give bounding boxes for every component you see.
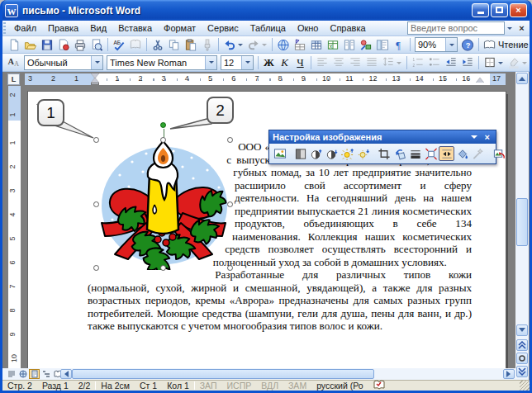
picture-toolbar-title-bar[interactable]: Настройка изображения ×	[269, 130, 496, 144]
menu-file[interactable]: Файл	[8, 21, 42, 35]
help-button[interactable]: ?	[459, 37, 476, 52]
question-dropdown-icon[interactable]	[507, 27, 512, 32]
font-combo[interactable]: Times New Roman	[107, 55, 217, 70]
selection-handle-middle-right[interactable]	[227, 201, 233, 207]
vertical-scrollbar[interactable]	[515, 72, 529, 380]
status-flag-вдл[interactable]: ВДЛ	[256, 381, 283, 391]
paste-button[interactable]	[183, 37, 199, 52]
font-size-combo-dropdown-icon[interactable]	[241, 56, 253, 69]
underline-button[interactable]: Ч	[292, 55, 308, 70]
menu-table[interactable]: Таблица	[245, 21, 292, 35]
spelling-and-grammar-button[interactable]: АБ	[111, 37, 127, 52]
web-layout-view-button[interactable]	[17, 369, 28, 379]
menubar-close-icon[interactable]: ×	[515, 23, 528, 33]
maximize-button[interactable]	[491, 3, 508, 17]
show-formatting-marks-button[interactable]: ¶	[391, 37, 407, 52]
vertical-scrollbar-thumb[interactable]	[516, 198, 528, 246]
insert-picture-button[interactable]	[272, 146, 287, 161]
copy-button[interactable]	[166, 37, 183, 52]
menu-tools[interactable]: Сервис	[202, 21, 245, 35]
print-preview-button[interactable]	[88, 37, 105, 52]
reset-picture-button[interactable]	[491, 146, 506, 161]
rotation-handle[interactable]	[160, 122, 166, 128]
select-browse-object-button[interactable]	[516, 353, 528, 364]
status-language[interactable]: русский (Ро	[311, 381, 368, 391]
selection-handle-top-right[interactable]	[227, 137, 233, 143]
style-combo-dropdown-icon[interactable]	[91, 56, 102, 69]
menu-window[interactable]: Окно	[292, 21, 325, 35]
increase-indent-button[interactable]	[459, 55, 476, 70]
font-combo-dropdown-icon[interactable]	[205, 56, 216, 69]
reading-mode-button[interactable]: Чтение	[482, 37, 532, 52]
drawing-button[interactable]	[358, 37, 374, 52]
scroll-left-button[interactable]	[60, 369, 72, 379]
font-size-combo[interactable]: 12	[221, 55, 254, 70]
status-flag-зам[interactable]: ЗАМ	[283, 381, 311, 391]
style-combo[interactable]: Обычный	[24, 55, 103, 70]
menu-drag-handle[interactable]	[3, 22, 6, 34]
decrease-indent-button[interactable]	[443, 55, 459, 70]
undo-button[interactable]	[221, 37, 245, 52]
callout-1[interactable]: 1	[37, 99, 64, 126]
selection-handle-top-center[interactable]	[160, 137, 166, 143]
print-button[interactable]	[72, 37, 88, 52]
previous-page-button[interactable]	[516, 339, 528, 351]
scroll-right-button[interactable]	[503, 369, 515, 379]
text-wrapping-button[interactable]	[439, 146, 454, 161]
more-contrast-button[interactable]	[308, 146, 324, 161]
less-contrast-button[interactable]	[324, 146, 340, 161]
horizontal-scrollbar[interactable]	[2, 368, 515, 380]
columns-button[interactable]	[341, 37, 358, 52]
status-flag-зап[interactable]: ЗАП	[195, 381, 222, 391]
undo-dropdown-icon[interactable]	[238, 44, 243, 49]
tab-stop-selector[interactable]: L	[7, 73, 20, 85]
zoom-combo[interactable]: 90%	[415, 37, 458, 52]
color-button[interactable]	[292, 146, 308, 161]
open-button[interactable]	[22, 37, 39, 52]
selection-handle-top-left[interactable]	[93, 137, 99, 143]
next-page-button[interactable]	[516, 366, 528, 377]
selection-handle-bottom-center[interactable]	[160, 265, 166, 271]
italic-button[interactable]: К	[277, 55, 292, 70]
callout-2[interactable]: 2	[207, 97, 234, 124]
highlight-dropdown-icon[interactable]	[522, 62, 527, 67]
menu-format[interactable]: Формат	[158, 21, 202, 35]
save-button[interactable]	[39, 37, 55, 52]
less-brightness-button[interactable]	[355, 146, 371, 161]
line-spacing-dropdown-icon[interactable]	[397, 62, 401, 67]
cut-button[interactable]	[150, 37, 166, 52]
insert-excel-table-button[interactable]: X	[325, 37, 341, 52]
picture-toolbar-close-icon[interactable]: ×	[482, 132, 492, 142]
menu-insert[interactable]: Вставка	[112, 21, 158, 35]
permission-button[interactable]	[55, 37, 72, 52]
bold-button[interactable]: Ж	[261, 55, 277, 70]
window-resize-grip[interactable]	[520, 381, 530, 391]
menu-edit[interactable]: Правка	[42, 21, 84, 35]
new-document-button[interactable]	[6, 37, 22, 52]
redo-dropdown-icon[interactable]	[262, 44, 267, 49]
outline-view-button[interactable]	[40, 369, 51, 379]
scroll-down-button[interactable]	[516, 324, 528, 336]
close-button[interactable]: ×	[510, 3, 527, 17]
normal-view-button[interactable]	[6, 369, 17, 379]
zoom-combo-dropdown-icon[interactable]	[445, 38, 457, 51]
more-brightness-button[interactable]	[340, 146, 355, 161]
print-layout-view-button[interactable]	[29, 369, 40, 379]
selection-handle-bottom-right[interactable]	[227, 265, 233, 271]
right-indent-marker[interactable]	[476, 73, 484, 83]
clipart-candle-image[interactable]	[95, 140, 232, 270]
insert-hyperlink-button[interactable]	[275, 37, 292, 52]
scroll-up-button[interactable]	[516, 73, 528, 84]
picture-toolbar-options-icon[interactable]	[471, 135, 477, 142]
styles-and-formatting-button[interactable]: АА	[6, 55, 22, 70]
menu-help[interactable]: Справка	[324, 21, 371, 35]
left-indent-marker[interactable]	[91, 83, 99, 85]
selection-handle-middle-left[interactable]	[93, 201, 99, 207]
rotate-left-button[interactable]	[392, 146, 407, 161]
menu-view[interactable]: Вид	[84, 21, 112, 35]
line-style-button[interactable]	[407, 146, 423, 161]
tables-and-borders-button[interactable]	[292, 37, 308, 52]
format-picture-button[interactable]	[454, 146, 470, 161]
minimize-button[interactable]	[472, 3, 489, 17]
compress-pictures-button[interactable]	[423, 146, 439, 161]
